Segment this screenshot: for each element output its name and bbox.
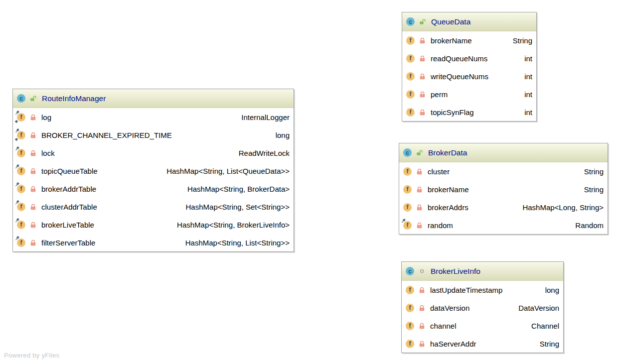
field-icon: f xyxy=(406,286,414,294)
field-row-channel[interactable]: fchannelChannel xyxy=(402,317,563,335)
private-lock-icon xyxy=(30,114,36,121)
field-row-brokerName[interactable]: fbrokerNameString xyxy=(399,180,608,198)
field-row-lock[interactable]: flockReadWriteLock xyxy=(13,144,294,162)
field-icon: f xyxy=(403,185,412,194)
field-row-brokerAddrs[interactable]: fbrokerAddrsHashMap<Long, String> xyxy=(399,198,608,216)
field-icon-letter: f xyxy=(410,37,412,43)
field-row-BROKER_CHANNEL_EXPIRED_TIME[interactable]: fBROKER_CHANNEL_EXPIRED_TIMElong xyxy=(13,126,294,144)
final-pin-icon xyxy=(14,236,20,242)
field-type: HashMap<String, List<String>> xyxy=(176,239,290,247)
field-name: log xyxy=(41,113,51,121)
field-type: ReadWriteLock xyxy=(230,149,290,157)
field-type: int xyxy=(515,72,532,81)
static-diamond-icon xyxy=(14,137,19,142)
field-row-clusterAddrTable[interactable]: fclusterAddrTableHashMap<String, Set<Str… xyxy=(13,198,294,216)
field-icon-letter: f xyxy=(407,168,409,174)
class-icon-letter: c xyxy=(408,268,412,274)
class-fields: fbrokerNameStringfreadQueueNumsintfwrite… xyxy=(402,31,536,121)
private-lock-icon xyxy=(30,150,36,156)
field-row-random[interactable]: frandomRandom xyxy=(399,216,608,234)
private-lock-icon xyxy=(419,109,426,116)
class-header[interactable]: cQueueData xyxy=(402,12,536,31)
field-icon: f xyxy=(406,54,415,63)
private-lock-icon xyxy=(30,168,36,174)
class-node-queuedata[interactable]: cQueueDatafbrokerNameStringfreadQueueNum… xyxy=(402,12,537,121)
field-icon: f xyxy=(406,108,415,117)
field-type: long xyxy=(536,286,559,294)
field-row-topicSynFlag[interactable]: ftopicSynFlagint xyxy=(402,103,536,121)
field-type: String xyxy=(575,167,604,176)
field-icon-letter: f xyxy=(20,222,22,228)
class-header[interactable]: cBrokerData xyxy=(399,143,608,162)
class-node-brokerliveinfo[interactable]: cBrokerLiveInfoflastUpdateTimestamplongf… xyxy=(401,261,564,353)
field-row-lastUpdateTimestamp[interactable]: flastUpdateTimestamplong xyxy=(402,281,563,299)
private-lock-icon xyxy=(419,73,426,80)
field-row-brokerAddrTable[interactable]: fbrokerAddrTableHashMap<String, BrokerDa… xyxy=(13,180,294,198)
class-title: QueueData xyxy=(431,17,470,26)
class-header[interactable]: cRouteInfoManager xyxy=(13,89,294,108)
class-title: BrokerLiveInfo xyxy=(431,267,480,276)
field-type: HashMap<String, Set<String>> xyxy=(177,203,290,211)
field-row-brokerName[interactable]: fbrokerNameString xyxy=(402,31,536,49)
field-row-cluster[interactable]: fclusterString xyxy=(399,162,608,180)
public-open-lock-icon xyxy=(416,149,423,156)
field-icon-letter: f xyxy=(407,186,409,192)
field-name: filterServerTable xyxy=(41,239,95,247)
field-row-haServerAddr[interactable]: fhaServerAddrString xyxy=(402,335,563,353)
field-icon: f xyxy=(17,239,25,247)
class-node-routeinfomanager[interactable]: cRouteInfoManagerflogInternalLoggerfBROK… xyxy=(12,89,294,252)
class-icon: c xyxy=(403,148,412,157)
field-icon-letter: f xyxy=(407,222,409,228)
field-icon-letter: f xyxy=(409,323,411,329)
field-name: topicQueueTable xyxy=(41,167,98,175)
field-row-perm[interactable]: fpermint xyxy=(402,85,536,103)
field-type: String xyxy=(575,185,604,194)
class-node-brokerdata[interactable]: cBrokerDatafclusterStringfbrokerNameStri… xyxy=(399,143,608,235)
field-row-topicQueueTable[interactable]: ftopicQueueTableHashMap<String, List<Que… xyxy=(13,162,294,180)
field-type: int xyxy=(515,54,532,63)
field-icon: f xyxy=(17,185,25,193)
class-fields: flastUpdateTimestamplongfdataVersionData… xyxy=(402,281,563,353)
field-icon: f xyxy=(403,221,412,230)
field-type: int xyxy=(515,108,532,117)
field-name: lock xyxy=(41,149,55,157)
field-name: clusterAddrTable xyxy=(41,203,97,211)
field-name: lastUpdateTimestamp xyxy=(430,286,502,294)
field-icon: f xyxy=(406,72,415,81)
field-type: Random xyxy=(566,221,604,230)
class-fields: flogInternalLoggerfBROKER_CHANNEL_EXPIRE… xyxy=(13,108,294,251)
field-icon-letter: f xyxy=(20,204,22,210)
field-icon: f xyxy=(406,304,414,312)
field-name: brokerLiveTable xyxy=(41,221,94,229)
final-pin-icon xyxy=(14,110,20,116)
field-row-writeQueueNums[interactable]: fwriteQueueNumsint xyxy=(402,67,536,85)
field-type: HashMap<Long, String> xyxy=(513,203,604,212)
private-lock-icon xyxy=(419,55,426,62)
field-icon: f xyxy=(17,221,25,229)
field-icon-letter: f xyxy=(20,168,22,174)
field-name: writeQueueNums xyxy=(431,72,488,81)
field-row-dataVersion[interactable]: fdataVersionDataVersion xyxy=(402,299,563,317)
field-name: channel xyxy=(430,322,457,330)
field-row-readQueueNums[interactable]: freadQueueNumsint xyxy=(402,49,536,67)
field-row-brokerLiveTable[interactable]: fbrokerLiveTableHashMap<String, BrokerLi… xyxy=(13,216,294,234)
class-header[interactable]: cBrokerLiveInfo xyxy=(402,262,563,281)
field-name: brokerName xyxy=(428,185,469,194)
class-icon-letter: c xyxy=(406,150,409,156)
private-lock-icon xyxy=(30,240,36,246)
field-name: haServerAddr xyxy=(430,340,476,348)
field-type: Channel xyxy=(522,322,559,330)
private-lock-icon xyxy=(419,341,425,347)
field-row-log[interactable]: flogInternalLogger xyxy=(13,108,294,126)
field-type: HashMap<String, BrokerData> xyxy=(178,185,290,193)
field-type: String xyxy=(504,36,532,45)
field-type: int xyxy=(515,90,532,99)
private-lock-icon xyxy=(419,37,426,44)
field-icon-letter: f xyxy=(410,55,412,61)
final-pin-icon xyxy=(14,218,20,224)
field-row-filterServerTable[interactable]: ffilterServerTableHashMap<String, List<S… xyxy=(13,234,294,251)
field-icon: f xyxy=(17,131,25,139)
class-title: BrokerData xyxy=(428,148,467,157)
public-open-lock-icon xyxy=(30,95,36,102)
field-name: perm xyxy=(431,90,448,99)
